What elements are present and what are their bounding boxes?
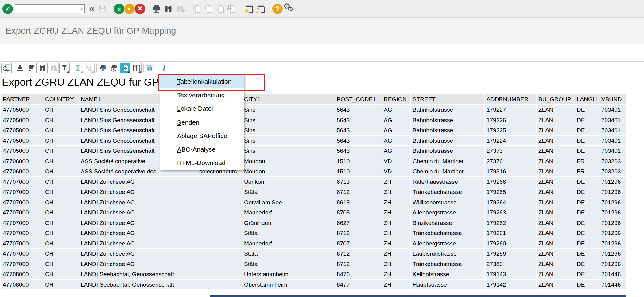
table-cell[interactable]: 47705000: [1, 105, 43, 115]
table-cell[interactable]: DE: [575, 187, 599, 197]
table-cell[interactable]: 701296: [599, 228, 627, 238]
table-cell[interactable]: 179226: [485, 115, 537, 125]
table-cell[interactable]: FR: [575, 166, 599, 177]
table-cell[interactable]: LANDI Zürichsee AG: [79, 218, 197, 228]
table-cell[interactable]: 47707000: [1, 259, 43, 269]
table-cell[interactable]: 703401: [599, 115, 627, 125]
table-cell[interactable]: ZLAN: [537, 218, 575, 228]
menu-item-textverarbeitung[interactable]: Textverarbeitung: [160, 88, 244, 102]
exit-button[interactable]: «: [124, 4, 135, 14]
table-cell[interactable]: Sins: [242, 125, 335, 136]
table-cell[interactable]: ZLAN: [537, 187, 575, 197]
table-cell[interactable]: [197, 197, 242, 208]
table-cell[interactable]: ZH: [382, 280, 411, 290]
table-cell[interactable]: ZLAN: [537, 146, 575, 156]
table-cell[interactable]: VD: [382, 156, 411, 167]
table-cell[interactable]: 47705000: [1, 125, 43, 136]
table-cell[interactable]: ZLAN: [537, 125, 575, 136]
table-cell[interactable]: VD: [382, 166, 411, 177]
save-button[interactable]: [97, 3, 108, 15]
table-cell[interactable]: 703401: [599, 125, 627, 136]
table-cell[interactable]: 701296: [599, 187, 627, 197]
help-button[interactable]: ?: [272, 4, 283, 14]
table-cell[interactable]: 47705000: [1, 146, 43, 156]
table-cell[interactable]: Bahnhofstrasse: [411, 146, 485, 156]
table-cell[interactable]: ZLAN: [537, 228, 575, 238]
table-cell[interactable]: DE: [575, 249, 599, 259]
cancel-button[interactable]: ×: [135, 4, 145, 14]
table-cell[interactable]: CH: [43, 197, 79, 208]
table-cell[interactable]: Bahnhofstrasse: [411, 125, 485, 136]
table-cell[interactable]: ZLAN: [537, 115, 575, 125]
print-button[interactable]: [98, 63, 108, 73]
table-cell[interactable]: Kellhofstrasse: [411, 269, 485, 280]
table-cell[interactable]: CH: [43, 125, 79, 136]
table-cell[interactable]: DE: [575, 136, 599, 146]
column-header-bu_group[interactable]: BU_GROUP: [537, 94, 575, 105]
table-cell[interactable]: CH: [43, 238, 79, 249]
table-cell[interactable]: 701296: [599, 197, 627, 208]
table-cell[interactable]: CH: [43, 249, 79, 259]
table-cell[interactable]: 701446: [599, 280, 627, 290]
table-cell[interactable]: 47706000: [1, 156, 43, 167]
table-cell[interactable]: Stäfa: [242, 259, 335, 269]
table-cell[interactable]: Unterstammheim: [242, 269, 335, 280]
menu-item-ablage-sapoffice[interactable]: Ablage SAPoffice: [160, 129, 244, 143]
table-cell[interactable]: Sins: [242, 136, 335, 146]
table-cell[interactable]: 701296: [599, 259, 627, 269]
table-cell[interactable]: [197, 259, 242, 269]
back-button[interactable]: «: [114, 4, 124, 14]
table-cell[interactable]: DE: [575, 125, 599, 136]
table-cell[interactable]: DE: [575, 177, 599, 187]
customize-local-layout-button[interactable]: ⚙ ⚙: [283, 3, 296, 15]
table-cell[interactable]: Männedorf: [242, 207, 335, 218]
menu-item-senden[interactable]: Senden: [160, 116, 244, 129]
table-cell[interactable]: [197, 228, 242, 238]
table-cell[interactable]: ZLAN: [537, 197, 575, 208]
info-button[interactable]: i: [159, 63, 169, 73]
table-cell[interactable]: ZLAN: [537, 105, 575, 115]
table-cell[interactable]: 47707000: [1, 177, 43, 187]
first-page-button[interactable]: ↑: [191, 3, 203, 15]
table-cell[interactable]: Sins: [242, 105, 335, 115]
table-cell[interactable]: 47707000: [1, 207, 43, 218]
table-cell[interactable]: CH: [43, 269, 79, 280]
page-down-button[interactable]: ↓: [215, 3, 226, 15]
table-cell[interactable]: 179266: [485, 177, 537, 187]
table-cell[interactable]: Allenbergstrasse: [411, 238, 485, 249]
table-cell[interactable]: ZH: [382, 249, 411, 259]
table-cell[interactable]: 701446: [599, 269, 627, 280]
table-cell[interactable]: Willikonerstrasse: [411, 197, 485, 208]
print-button[interactable]: [151, 3, 162, 15]
table-cell[interactable]: DE: [575, 146, 599, 156]
table-cell[interactable]: 47708000: [1, 269, 43, 280]
table-cell[interactable]: 703401: [599, 136, 627, 146]
generate-shortcut-button[interactable]: ⤴: [255, 3, 267, 15]
table-cell[interactable]: 8712: [335, 249, 382, 259]
table-cell[interactable]: 8713: [335, 177, 382, 187]
table-cell[interactable]: ZLAN: [537, 177, 575, 187]
new-session-button[interactable]: ★: [243, 3, 255, 15]
table-cell[interactable]: DE: [575, 105, 599, 115]
table-cell[interactable]: ZLAN: [537, 238, 575, 249]
table-cell[interactable]: Bahnhofstrasse: [411, 115, 485, 125]
table-cell[interactable]: ZH: [382, 269, 411, 280]
table-cell[interactable]: [197, 280, 242, 290]
column-header-langu[interactable]: LANGU: [575, 94, 599, 105]
table-cell[interactable]: ZLAN: [537, 259, 575, 269]
menu-item-abc-analyse[interactable]: ABC-Analyse: [160, 143, 244, 156]
table-cell[interactable]: DE: [575, 115, 599, 125]
table-cell[interactable]: DE: [575, 259, 599, 269]
table-cell[interactable]: Sins: [242, 115, 335, 125]
table-cell[interactable]: ZH: [382, 177, 411, 187]
command-field[interactable]: ˅: [15, 4, 85, 14]
table-cell[interactable]: ZH: [382, 228, 411, 238]
table-cell[interactable]: Bahnhofstrasse: [411, 105, 485, 115]
table-cell[interactable]: LANDI Seebachtal, Genossenschaft: [79, 269, 197, 280]
table-cell[interactable]: DE: [575, 238, 599, 249]
table-cell[interactable]: Chemin du Martinet: [411, 156, 485, 167]
choose-layout-button[interactable]: [131, 63, 142, 73]
table-cell[interactable]: CH: [43, 105, 79, 115]
table-cell[interactable]: 8476: [335, 269, 382, 280]
table-cell[interactable]: LANDI Zürichsee AG: [79, 187, 197, 197]
